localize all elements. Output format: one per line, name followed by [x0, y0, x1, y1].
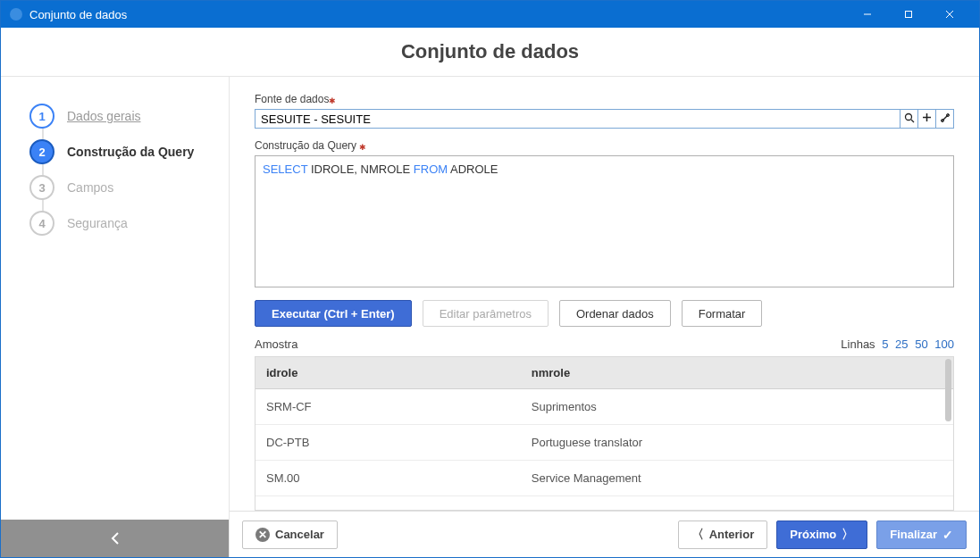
search-datasource-button[interactable] — [900, 109, 918, 129]
wizard-footer: ✕ Cancelar 〈 Anterior Próximo 〉 Finaliza… — [230, 511, 979, 557]
table-row[interactable]: Ins Inspection — [255, 496, 953, 512]
chevron-left-icon — [111, 531, 120, 546]
lines-option-25[interactable]: 25 — [895, 337, 908, 351]
cancel-button[interactable]: ✕ Cancelar — [242, 521, 338, 549]
search-icon — [904, 112, 915, 126]
close-button[interactable] — [929, 1, 970, 28]
wizard-sidebar: 1 Dados gerais 2 Construção da Query 3 C… — [1, 77, 230, 557]
step-label: Dados gerais — [67, 109, 141, 123]
sample-table: idrole nmrole SRM-CF Suprimentos DC-PTB — [255, 357, 953, 511]
step-seguranca[interactable]: 4 Segurança — [29, 205, 229, 241]
step-campos[interactable]: 3 Campos — [29, 170, 229, 205]
step-number: 3 — [29, 175, 54, 200]
cell-idrole: Ins — [255, 496, 521, 512]
chevron-left-icon: 〈 — [691, 527, 704, 543]
required-icon — [329, 94, 336, 106]
titlebar: Conjunto de dados — [1, 1, 979, 28]
plus-icon — [922, 112, 932, 125]
table-row[interactable]: SRM-CF Suprimentos — [255, 389, 953, 425]
unlink-datasource-button[interactable] — [936, 109, 954, 129]
app-icon — [10, 8, 22, 21]
minimize-button[interactable] — [847, 1, 888, 28]
step-label: Campos — [67, 180, 113, 195]
lines-option-5[interactable]: 5 — [882, 337, 888, 351]
step-number: 2 — [29, 139, 54, 164]
step-construcao-query[interactable]: 2 Construção da Query — [29, 134, 229, 170]
check-icon: ✓ — [942, 528, 953, 542]
cell-nmrole: Inspection — [521, 496, 953, 512]
lines-option-100[interactable]: 100 — [934, 337, 954, 351]
order-data-button[interactable]: Ordenar dados — [559, 300, 671, 327]
edit-params-button[interactable]: Editar parâmetros — [423, 300, 549, 327]
cell-nmrole: Portuguese translator — [521, 425, 953, 461]
col-idrole[interactable]: idrole — [255, 357, 521, 389]
cell-idrole: SM.00 — [255, 461, 521, 496]
format-button[interactable]: Formatar — [682, 300, 763, 327]
step-dados-gerais[interactable]: 1 Dados gerais — [29, 98, 229, 134]
sidebar-back-button[interactable] — [1, 520, 229, 557]
step-number: 4 — [29, 211, 54, 236]
datasource-input[interactable] — [255, 109, 900, 129]
page-header: Conjunto de dados — [1, 28, 979, 77]
next-button[interactable]: Próximo 〉 — [776, 521, 867, 549]
table-row[interactable]: DC-PTB Portuguese translator — [255, 425, 953, 461]
lines-selector: Linhas 5 25 50 100 — [841, 337, 954, 351]
chevron-right-icon: 〉 — [842, 527, 854, 543]
svg-line-8 — [942, 114, 949, 121]
previous-button[interactable]: 〈 Anterior — [678, 521, 768, 549]
page-title: Conjunto de dados — [401, 40, 579, 63]
svg-rect-1 — [906, 12, 912, 18]
step-label: Construção da Query — [67, 145, 194, 159]
unlink-icon — [940, 112, 951, 126]
query-editor[interactable]: SELECT IDROLE, NMROLE FROM ADROLE — [255, 155, 954, 287]
close-icon: ✕ — [255, 528, 270, 542]
col-nmrole[interactable]: nmrole — [521, 357, 953, 389]
datasource-label: Fonte de dados — [255, 93, 954, 105]
sample-label: Amostra — [255, 337, 297, 351]
required-icon — [359, 140, 366, 153]
svg-line-5 — [911, 120, 914, 122]
cell-idrole: DC-PTB — [255, 425, 521, 461]
svg-point-4 — [905, 113, 911, 120]
maximize-button[interactable] — [888, 1, 929, 28]
finish-button[interactable]: Finalizar ✓ — [876, 521, 967, 549]
step-number: 1 — [29, 104, 54, 129]
execute-button[interactable]: Executar (Ctrl + Enter) — [255, 300, 412, 327]
add-datasource-button[interactable] — [918, 109, 936, 129]
cell-nmrole: Suprimentos — [521, 389, 953, 425]
step-label: Segurança — [67, 216, 128, 230]
cell-nmrole: Service Management — [521, 461, 953, 496]
window-title: Conjunto de dados — [29, 8, 847, 21]
table-row[interactable]: SM.00 Service Management — [255, 461, 953, 496]
cell-idrole: SRM-CF — [255, 389, 521, 425]
sample-table-container[interactable]: idrole nmrole SRM-CF Suprimentos DC-PTB — [255, 356, 954, 511]
query-label: Construção da Query — [255, 139, 954, 152]
lines-option-50[interactable]: 50 — [915, 337, 927, 351]
